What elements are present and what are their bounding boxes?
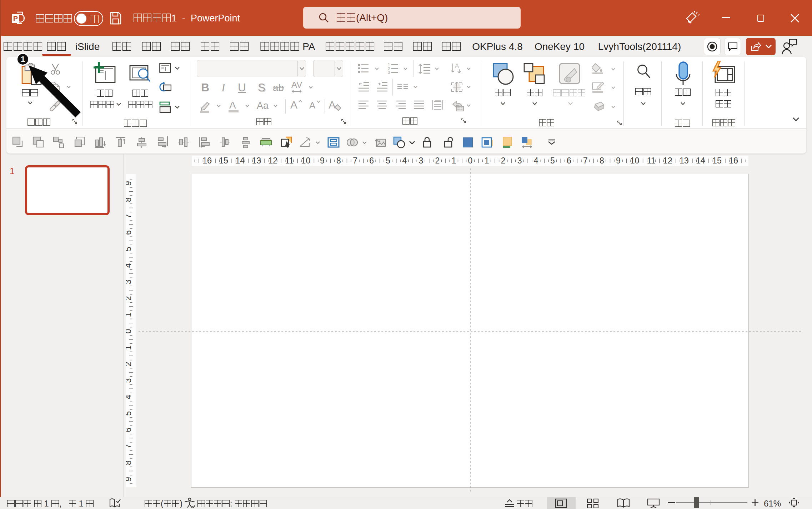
- svg-text:2: 2: [126, 296, 133, 301]
- svg-text:12: 12: [269, 156, 278, 165]
- svg-text:3: 3: [388, 70, 390, 74]
- svg-text:8: 8: [126, 197, 133, 202]
- svg-text:A: A: [329, 99, 336, 111]
- svg-text:3: 3: [126, 279, 133, 284]
- svg-text:16: 16: [729, 156, 738, 165]
- svg-text:6: 6: [567, 156, 571, 165]
- svg-text:3: 3: [418, 156, 423, 165]
- svg-text:2: 2: [501, 156, 506, 165]
- svg-text:13: 13: [680, 156, 689, 165]
- svg-text:5: 5: [126, 411, 133, 416]
- svg-text:7: 7: [126, 214, 133, 218]
- svg-text:4: 4: [126, 395, 133, 399]
- svg-text:1: 1: [452, 156, 456, 165]
- svg-text:6: 6: [369, 156, 374, 165]
- svg-text:A: A: [455, 63, 459, 69]
- svg-text:13: 13: [252, 156, 261, 165]
- svg-text:9: 9: [616, 156, 621, 165]
- svg-text:8: 8: [126, 460, 133, 465]
- svg-text:A: A: [290, 99, 297, 111]
- svg-text:0: 0: [468, 156, 473, 165]
- svg-text:4: 4: [126, 263, 133, 268]
- svg-text:16: 16: [202, 156, 212, 165]
- svg-text:1: 1: [485, 156, 489, 165]
- svg-text:1: 1: [126, 313, 133, 317]
- svg-text:P: P: [13, 15, 18, 22]
- svg-text:2: 2: [435, 156, 440, 165]
- svg-text:15: 15: [712, 156, 722, 165]
- svg-text:4: 4: [402, 156, 407, 165]
- svg-text:12: 12: [663, 156, 672, 165]
- svg-text:11: 11: [647, 156, 656, 165]
- svg-text:5: 5: [126, 247, 133, 251]
- svg-text:3: 3: [517, 156, 522, 165]
- svg-text:11: 11: [285, 156, 294, 165]
- svg-text:7: 7: [353, 156, 357, 165]
- svg-text:15: 15: [219, 156, 228, 165]
- svg-text:3: 3: [126, 378, 133, 383]
- svg-text:9: 9: [126, 181, 133, 186]
- svg-text:10: 10: [301, 156, 311, 165]
- svg-text:8: 8: [600, 156, 604, 165]
- svg-text:10: 10: [630, 156, 640, 165]
- svg-text:1: 1: [126, 346, 133, 350]
- svg-text:9: 9: [126, 477, 133, 482]
- svg-text:4: 4: [534, 156, 538, 165]
- svg-text:5: 5: [550, 156, 555, 165]
- svg-text:5: 5: [386, 156, 390, 165]
- svg-text:6: 6: [126, 428, 133, 432]
- svg-text:8: 8: [336, 156, 341, 165]
- svg-text:7: 7: [583, 156, 588, 165]
- svg-text:A: A: [309, 100, 316, 111]
- svg-text:0: 0: [126, 329, 133, 334]
- svg-text:14: 14: [235, 156, 245, 165]
- svg-text:6: 6: [126, 230, 133, 235]
- svg-text:AV: AV: [291, 81, 302, 90]
- svg-text:A: A: [229, 100, 236, 111]
- svg-text:2: 2: [126, 362, 133, 367]
- svg-text:7: 7: [126, 444, 133, 449]
- svg-text:9: 9: [320, 156, 325, 165]
- svg-text:14: 14: [696, 156, 705, 165]
